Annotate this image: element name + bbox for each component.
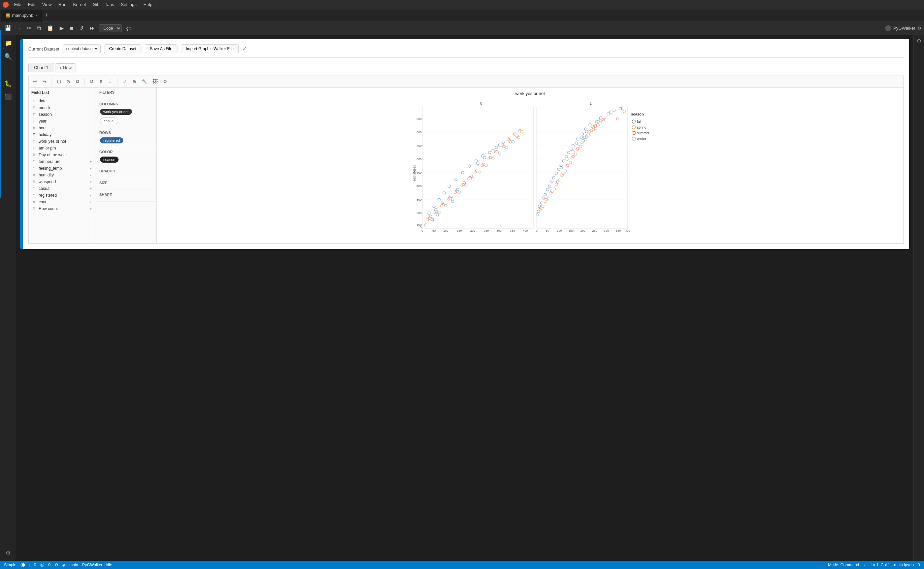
field-item[interactable]: Tam or pm — [31, 145, 93, 152]
field-item[interactable]: #month — [31, 104, 93, 111]
layers-btn[interactable]: ⧉ — [74, 78, 81, 85]
menu-edit[interactable]: Edit — [25, 2, 38, 8]
field-expand-icon[interactable]: ▾ — [90, 207, 91, 211]
color-pill[interactable]: season — [100, 157, 119, 163]
field-expand-icon[interactable]: ▾ — [90, 160, 91, 164]
field-item[interactable]: #registered▾ — [31, 192, 93, 199]
tab-close-btn[interactable]: × — [35, 13, 38, 18]
status-icon1: Ⓢ — [40, 562, 44, 568]
run-btn[interactable]: ▶ — [58, 24, 65, 33]
field-item[interactable]: Twork yes or not — [31, 138, 93, 145]
sidebar-icon-git[interactable]: ⑂ — [3, 65, 14, 75]
copy-btn[interactable]: ⧉ — [35, 24, 43, 33]
filter-btn[interactable]: ⊙ — [65, 78, 72, 85]
field-item[interactable]: #count▾ — [31, 199, 93, 205]
menu-git[interactable]: Git — [90, 2, 101, 8]
field-item[interactable]: Tyear — [31, 118, 93, 125]
undo-btn[interactable]: ↩ — [31, 78, 39, 85]
color-label: Color — [99, 150, 153, 154]
svg-text:800: 800 — [417, 131, 422, 134]
menu-kernel[interactable]: Kernel — [70, 2, 88, 8]
chart-tab-add[interactable]: + New — [56, 63, 75, 72]
wrench-btn[interactable]: 🔧 — [140, 78, 149, 85]
settings-icon[interactable]: ⚙ — [917, 26, 921, 30]
status-ln-col: Ln 1, Col 1 — [871, 563, 890, 567]
new-tab-btn[interactable]: + — [42, 11, 51, 20]
zoom-btn[interactable]: ⤢ — [121, 78, 129, 85]
chart-tab-1[interactable]: Chart 1 — [28, 63, 54, 72]
menu-settings[interactable]: Settings — [118, 2, 139, 8]
menu-view[interactable]: View — [40, 2, 54, 8]
save-btn[interactable]: 💾 — [3, 24, 14, 33]
svg-point-215 — [632, 137, 635, 140]
field-item[interactable]: #temperature▾ — [31, 158, 93, 165]
dataset-select-value: context dataset — [66, 46, 94, 51]
menu-run[interactable]: Run — [56, 2, 69, 8]
field-item[interactable]: #Day of the week — [31, 152, 93, 158]
settings2-btn[interactable]: ⚙ — [161, 78, 169, 85]
notebook-tab[interactable]: main.ipynb × — [2, 9, 42, 21]
sidebar-icon-files[interactable]: 📁 — [3, 38, 14, 49]
save-as-file-btn[interactable]: Save As File — [145, 44, 177, 53]
svg-text:600: 600 — [417, 158, 422, 161]
add-cell-btn[interactable]: + — [15, 24, 23, 33]
sidebar-icon-search[interactable]: 🔍 — [3, 51, 14, 62]
svg-point-37 — [443, 192, 446, 194]
import-graphic-walker-btn[interactable]: Import Graphic Walker File — [181, 44, 239, 53]
data-view-btn[interactable]: ⬡ — [55, 78, 62, 85]
menu-file[interactable]: File — [11, 2, 24, 8]
create-dataset-btn[interactable]: Create Dataset — [104, 44, 142, 53]
column-pill-2[interactable]: casual — [100, 117, 118, 124]
svg-point-42 — [475, 160, 478, 162]
field-expand-icon[interactable]: ▾ — [90, 187, 91, 190]
sort-asc-btn[interactable]: ⇧ — [97, 78, 105, 85]
restart-run-btn[interactable]: ⏭ — [88, 24, 97, 33]
svg-text:1: 1 — [590, 101, 592, 105]
filters-section: Filters — [96, 88, 156, 99]
field-items-container: Tdate#monthTseasonTyear#hourTholidayTwor… — [31, 97, 93, 212]
svg-text:0: 0 — [421, 229, 423, 232]
sidebar-icon-debug[interactable]: 🐛 — [3, 78, 14, 89]
stop-btn[interactable]: ■ — [68, 24, 75, 33]
field-expand-icon[interactable]: ▾ — [90, 200, 91, 204]
field-expand-icon[interactable]: ▾ — [90, 167, 91, 170]
sidebar-icon-settings[interactable]: ⚙ — [3, 548, 14, 558]
field-item[interactable]: Tseason — [31, 111, 93, 118]
restart-btn[interactable]: ↺ — [77, 24, 85, 33]
refresh-btn[interactable]: ↺ — [88, 78, 95, 85]
chart-toolbar: ↩ ↪ ⬡ ⊙ ⧉ ↺ ⇧ ⇩ ⤢ ⊕ 🔧 🖼 ⚙ — [28, 75, 904, 88]
field-expand-icon[interactable]: ▾ — [90, 180, 91, 184]
row-pill-1[interactable]: registered — [100, 137, 123, 143]
field-item[interactable]: #feeling_temp▾ — [31, 165, 93, 172]
column-pill-1[interactable]: work yes or not — [100, 109, 132, 115]
dataset-select[interactable]: context dataset ▾ — [62, 44, 101, 53]
field-name: date — [39, 99, 91, 103]
image-btn[interactable]: 🖼 — [151, 78, 159, 85]
field-item[interactable]: #casual▾ — [31, 185, 93, 192]
field-item[interactable]: #Row count▾ — [31, 205, 93, 212]
sort-desc-btn[interactable]: ⇩ — [107, 78, 114, 85]
svg-rect-6 — [422, 107, 533, 228]
rows-section: Rows registered — [96, 128, 156, 147]
menu-help[interactable]: Help — [141, 2, 155, 8]
field-item[interactable]: #winspeed▾ — [31, 178, 93, 185]
field-item[interactable]: Tdate — [31, 97, 93, 104]
menu-tabs[interactable]: Tabs — [102, 2, 117, 8]
cut-btn[interactable]: ✂ — [24, 24, 33, 33]
right-icon-settings[interactable]: ⚙ — [916, 38, 921, 44]
crosshair-btn[interactable]: ⊕ — [131, 78, 138, 85]
columns-label: Columns — [99, 102, 153, 106]
sidebar-icon-extensions[interactable]: ⬛ — [3, 91, 14, 102]
status-settings-icon[interactable]: ⚙ — [55, 563, 58, 567]
field-expand-icon[interactable]: ▾ — [90, 173, 91, 177]
git-icon: ◈ — [62, 563, 65, 567]
redo-btn[interactable]: ↪ — [41, 78, 48, 85]
field-expand-icon[interactable]: ▾ — [90, 193, 91, 197]
cell-type-select[interactable]: Code — [99, 24, 122, 32]
svg-text:250: 250 — [484, 229, 489, 232]
simple-toggle[interactable] — [21, 563, 30, 567]
field-item[interactable]: #hour — [31, 125, 93, 131]
paste-btn[interactable]: 📋 — [45, 24, 56, 33]
field-item[interactable]: #humidity▾ — [31, 172, 93, 178]
field-item[interactable]: Tholiday — [31, 131, 93, 138]
